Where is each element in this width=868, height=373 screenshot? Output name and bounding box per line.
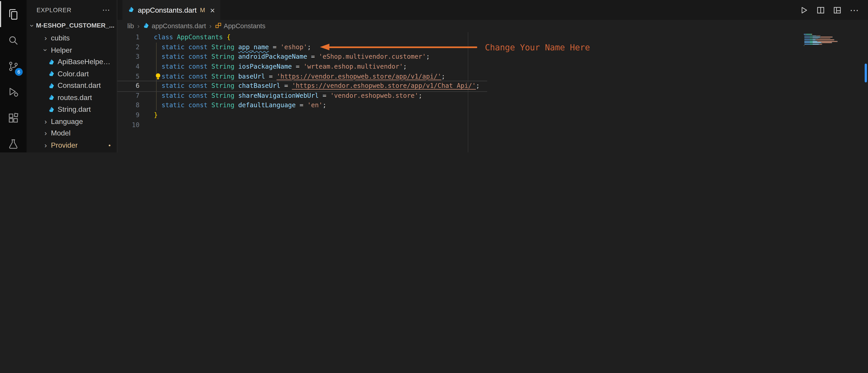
class-symbol-icon: [215, 22, 221, 30]
dart-icon: [128, 5, 134, 15]
minimap-content: [804, 34, 840, 47]
root-folder-label: M-ESHOP_CUSTOMER_...: [36, 22, 114, 29]
tree-item[interactable]: ›repository: [27, 151, 117, 152]
more-actions-icon[interactable]: ⋯: [850, 5, 859, 15]
line-number[interactable]: 5: [117, 72, 140, 81]
breadcrumb-separator: ›: [137, 22, 140, 30]
file-label: Constant.dart: [58, 81, 101, 90]
line-number[interactable]: 2: [117, 42, 140, 52]
code-line-7[interactable]: 7 static const String shareNavigationWeb…: [117, 91, 868, 101]
run-debug-icon[interactable]: [0, 79, 27, 105]
code-line-5[interactable]: 5 static const String baseUrl = 'https:/…: [117, 72, 868, 81]
breadcrumb-item[interactable]: AppConstants: [215, 22, 266, 30]
vscode-window: 6 B: [0, 0, 868, 152]
search-icon[interactable]: [0, 27, 27, 53]
annotation-arrow: [329, 46, 477, 48]
code-line-4[interactable]: 4 static const String iosPackageName = '…: [117, 62, 868, 72]
explorer-title: EXPLORER: [37, 6, 72, 13]
layout-button[interactable]: [833, 6, 842, 14]
chevron-down-icon: ›: [29, 22, 36, 29]
tree-item[interactable]: ›Helper: [27, 44, 117, 56]
activity-bar: 6 B: [0, 0, 27, 152]
tree-item[interactable]: String.dart: [27, 103, 117, 115]
tree-item[interactable]: routes.dart: [27, 92, 117, 103]
testing-icon[interactable]: [0, 131, 27, 152]
tree-item[interactable]: ›Provider●: [27, 139, 117, 151]
file-label: Color.dart: [58, 70, 89, 78]
line-number[interactable]: 6: [117, 81, 140, 91]
code-line-9[interactable]: 9}: [117, 111, 868, 120]
explorer-header: EXPLORER ⋯: [27, 0, 117, 20]
dart-icon: [46, 70, 56, 77]
breadcrumb-item[interactable]: lib: [127, 22, 134, 30]
tree-item[interactable]: ›cubits: [27, 32, 117, 44]
minimap[interactable]: [804, 34, 840, 48]
line-number[interactable]: 1: [117, 33, 140, 42]
line-number[interactable]: 3: [117, 52, 140, 62]
breadcrumbs: lib›appConstants.dart›AppConstants: [117, 20, 868, 32]
file-label: Provider: [51, 141, 78, 149]
tab-bar: appConstants.dart M × ⋯: [117, 0, 868, 20]
code-line-3[interactable]: 3 static const String androidPackageName…: [117, 52, 868, 62]
file-label: Helper: [51, 46, 72, 54]
explorer-icon[interactable]: [0, 1, 27, 27]
scm-badge: 6: [15, 68, 23, 76]
line-number[interactable]: 9: [117, 111, 140, 120]
overview-ruler-mark: [865, 64, 867, 82]
breadcrumb-item[interactable]: appConstants.dart: [143, 22, 206, 30]
dart-icon: [143, 22, 149, 30]
line-number[interactable]: 7: [117, 91, 140, 101]
annotation-text: Change Your Name Here: [485, 43, 590, 53]
file-label: cubits: [51, 34, 70, 42]
annotation-arrowhead-icon: [320, 43, 330, 50]
file-label: routes.dart: [58, 93, 92, 102]
code-area: 1class AppConstants {2 static const Stri…: [117, 32, 868, 152]
views-more-actions-icon[interactable]: ⋯: [102, 5, 110, 14]
tab-modified-badge: M: [200, 6, 205, 13]
chevron-right-icon: ›: [42, 34, 49, 41]
chevron-down-icon: ›: [42, 46, 49, 54]
breadcrumb-separator: ›: [209, 22, 212, 30]
extensions-icon[interactable]: [0, 105, 27, 131]
tree-item[interactable]: ›Language: [27, 115, 117, 127]
dart-icon: [46, 94, 56, 101]
line-number[interactable]: 4: [117, 62, 140, 72]
split-editor-button[interactable]: [816, 6, 825, 14]
file-label: Model: [51, 129, 70, 137]
file-tree: ›cubits›HelperApiBaseHelper.dartColor.da…: [27, 32, 117, 152]
tree-item[interactable]: Color.dart: [27, 68, 117, 80]
dart-icon: [46, 59, 56, 65]
code-line-8[interactable]: 8 static const String defaultLanguage = …: [117, 101, 868, 111]
source-control-icon[interactable]: 6: [0, 53, 27, 79]
code-line-1[interactable]: 1class AppConstants {: [117, 33, 868, 42]
line-number[interactable]: 8: [117, 101, 140, 111]
file-label: ApiBaseHelper.dart: [58, 58, 111, 66]
dart-icon: [46, 106, 56, 113]
code-line-10[interactable]: 10: [117, 120, 868, 130]
chevron-right-icon: ›: [42, 141, 49, 148]
file-label: Language: [51, 117, 83, 126]
tab-appconstants[interactable]: appConstants.dart M ×: [122, 0, 220, 20]
sidebar-explorer: EXPLORER ⋯ › M-ESHOP_CUSTOMER_... ›cubit…: [27, 0, 118, 152]
tab-close-icon[interactable]: ×: [210, 5, 215, 15]
editor-group: appConstants.dart M × ⋯: [117, 0, 868, 152]
line-number[interactable]: 10: [117, 120, 140, 130]
tree-item[interactable]: ›Model: [27, 127, 117, 139]
dart-icon: [46, 82, 56, 89]
tree-item[interactable]: ApiBaseHelper.dart: [27, 56, 117, 68]
editor-actions: ⋯: [800, 0, 868, 20]
file-label: String.dart: [58, 105, 91, 113]
code-line-6[interactable]: 6 static const String chatBaseUrl = 'htt…: [117, 81, 868, 91]
chevron-right-icon: ›: [42, 130, 49, 137]
run-button[interactable]: [800, 6, 808, 14]
tree-root-folder[interactable]: › M-ESHOP_CUSTOMER_...: [27, 20, 117, 32]
modified-dot-icon: ●: [108, 143, 111, 147]
tab-title: appConstants.dart: [138, 6, 197, 14]
tree-item[interactable]: Constant.dart: [27, 80, 117, 92]
chevron-right-icon: ›: [42, 117, 49, 125]
